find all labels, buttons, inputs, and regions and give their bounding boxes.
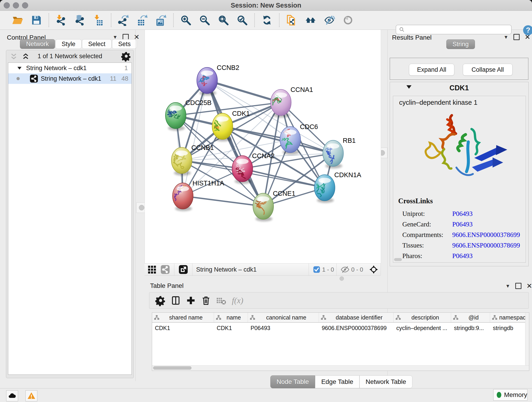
tab-edge-table[interactable]: Edge Table: [315, 375, 360, 388]
table-cell[interactable]: P06493: [248, 323, 319, 333]
node-RB1[interactable]: RB1: [323, 137, 355, 168]
expand-all-button[interactable]: Expand All: [409, 64, 454, 76]
collection-expander-icon[interactable]: [17, 67, 22, 70]
zoom-selected-icon[interactable]: [236, 13, 248, 27]
table-settings-icon[interactable]: [155, 294, 166, 307]
network-label: String Network – cdk1: [41, 75, 101, 82]
detach-view-icon[interactable]: [178, 264, 188, 274]
import-network-database-icon[interactable]: [74, 13, 86, 27]
crosslink-link[interactable]: 9606.ENSP00000378699: [452, 242, 520, 249]
table-row[interactable]: CDK1CDK1P064939606.ENSP00000378699cyclin…: [152, 323, 529, 333]
network-view-icon[interactable]: [160, 264, 170, 274]
gene-section-header[interactable]: CDK1: [390, 82, 528, 94]
network-collection-row[interactable]: String Network – cdk1 1: [8, 63, 132, 73]
column-header-description[interactable]: description: [394, 313, 451, 322]
export-network-icon[interactable]: [117, 13, 130, 27]
fit-selected-crosshair-icon[interactable]: [369, 264, 379, 274]
table-panel-menu-icon[interactable]: ▼: [505, 283, 510, 289]
column-header-canonical-name[interactable]: canonical name: [248, 313, 319, 322]
table-panel-close-icon[interactable]: ✕: [526, 283, 532, 288]
column-header-database-identifier[interactable]: database identifier: [319, 313, 394, 322]
edge-CCNB2-CCNA1[interactable]: [207, 80, 281, 102]
node-CCNB2[interactable]: CCNB2: [194, 64, 239, 96]
crosslink-label: Pharos:: [402, 252, 452, 260]
table-panel-title: Table Panel: [150, 282, 184, 289]
import-table-icon[interactable]: [93, 13, 105, 27]
table-panel-float-icon[interactable]: [515, 283, 521, 289]
tab-node-table[interactable]: Node Table: [270, 375, 315, 388]
memory-status-dot-icon: [497, 392, 501, 398]
table-cell[interactable]: 9606.ENSP00000378699: [319, 323, 394, 333]
function-builder-icon[interactable]: f(x): [232, 296, 243, 305]
network-view-canvas[interactable]: CCNB2CCNA1CDC25BCDK1CDC6RB1CCNB1CCNA2CDK…: [145, 30, 381, 263]
warnings-button[interactable]: [25, 390, 37, 401]
node-label: HIST1H1A: [192, 179, 224, 187]
collapse-all-button[interactable]: Collapse All: [463, 64, 513, 76]
hide-selected-icon[interactable]: [323, 13, 336, 27]
table-cell[interactable]: cyclin–dependent ...: [394, 323, 451, 333]
export-table-icon[interactable]: [136, 13, 148, 27]
split-panel-icon[interactable]: [171, 294, 181, 307]
node-HIST1H1A[interactable]: HIST1H1A: [170, 179, 224, 211]
network-row[interactable]: String Network – cdk1 11 48: [8, 73, 132, 84]
gene-expander-icon[interactable]: [406, 85, 412, 89]
tab-sets[interactable]: Sets: [112, 39, 137, 49]
first-neighbors-icon[interactable]: [304, 13, 317, 27]
grid-view-icon[interactable]: [147, 264, 157, 274]
results-panel-close-icon[interactable]: ✕: [525, 35, 530, 39]
table-cell[interactable]: stringdb:9...: [451, 323, 490, 333]
open-session-icon[interactable]: [12, 13, 24, 27]
delete-table-icon[interactable]: [216, 294, 226, 307]
tab-string[interactable]: String: [446, 39, 475, 49]
network-options-gear-icon[interactable]: [121, 50, 131, 63]
node-table[interactable]: shared namenamecanonical namedatabase id…: [152, 313, 529, 371]
control-panel-menu-icon[interactable]: ▼: [113, 34, 118, 40]
bottom-splitter-handle[interactable]: [340, 276, 344, 281]
results-panel-float-icon[interactable]: [513, 34, 520, 40]
refresh-network-icon[interactable]: [261, 13, 273, 27]
import-network-file-icon[interactable]: [55, 13, 67, 27]
crosslink-link[interactable]: P06493: [452, 210, 473, 217]
add-column-icon[interactable]: [186, 294, 196, 307]
new-network-from-file-icon[interactable]: [285, 13, 298, 27]
delete-column-icon[interactable]: [201, 294, 211, 307]
show-all-icon[interactable]: [342, 13, 354, 27]
selected-nodes-checkbox-icon[interactable]: [313, 264, 321, 274]
save-session-icon[interactable]: [30, 13, 43, 27]
cloud-button[interactable]: [6, 390, 18, 401]
tab-style[interactable]: Style: [56, 39, 82, 49]
crosslink-link[interactable]: 9606.ENSP00000378699: [452, 231, 520, 239]
node-CDKN1A[interactable]: CDKN1A: [314, 171, 361, 203]
tab-network[interactable]: Network: [20, 39, 55, 49]
tab-network-table[interactable]: Network Table: [360, 375, 412, 388]
table-vertical-scrollbar[interactable]: [525, 313, 529, 370]
crosslink-link[interactable]: P06493: [452, 220, 473, 228]
protein-structure-image: [413, 113, 511, 191]
table-cell[interactable]: CDK1: [152, 323, 214, 333]
zoom-out-icon[interactable]: [198, 13, 211, 27]
node-CDC6[interactable]: CDC6: [274, 123, 318, 155]
node-CCNE1[interactable]: CCNE1: [253, 190, 295, 221]
zoom-in-icon[interactable]: [180, 13, 192, 27]
column-header-shared-name[interactable]: shared name: [152, 313, 214, 322]
control-panel-close-icon[interactable]: ✕: [134, 35, 139, 39]
table-cell[interactable]: stringdb: [490, 323, 529, 333]
network-tree: String Network – cdk1 1 String Network –…: [8, 63, 132, 375]
table-horizontal-scrollbar[interactable]: [152, 365, 529, 370]
network-node-count: 11: [110, 75, 116, 82]
column-header-namespac[interactable]: namespac: [490, 313, 529, 322]
node-CCNA1[interactable]: CCNA1: [266, 86, 313, 118]
tab-select[interactable]: Select: [82, 39, 112, 49]
zoom-fit-icon[interactable]: [217, 13, 230, 27]
edge-HIST1H1A-CCNE1[interactable]: [183, 196, 263, 206]
column-header-name[interactable]: name: [214, 313, 248, 322]
crosslink-row: Tissues:9606.ENSP00000378699: [402, 240, 521, 250]
memory-button[interactable]: Memory: [493, 389, 527, 401]
results-panel-menu-icon[interactable]: ▼: [504, 34, 508, 40]
edge-CCNB2-CCNE1[interactable]: [207, 80, 263, 206]
hidden-eye-slash-icon[interactable]: [341, 264, 350, 274]
export-image-icon[interactable]: [155, 13, 167, 27]
column-header--id[interactable]: @id: [451, 313, 490, 322]
crosslink-link[interactable]: P06493: [452, 252, 473, 260]
table-cell[interactable]: CDK1: [214, 323, 248, 333]
